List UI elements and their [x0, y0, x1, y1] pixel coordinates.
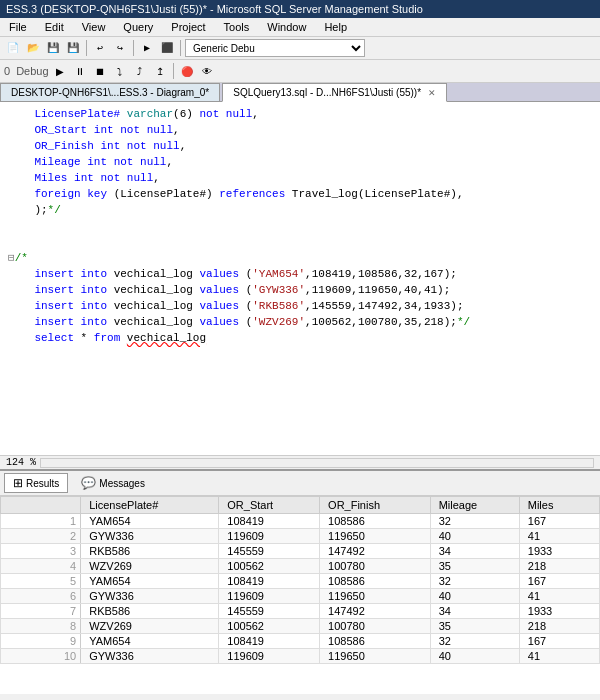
- cell-miles: 218: [519, 619, 599, 634]
- horizontal-scrollbar[interactable]: [40, 458, 594, 468]
- col-orstart: OR_Start: [219, 497, 320, 514]
- menu-view[interactable]: View: [79, 20, 109, 34]
- execute-btn[interactable]: ▶: [138, 39, 156, 57]
- cell-or_start: 119609: [219, 589, 320, 604]
- cell-or_start: 100562: [219, 559, 320, 574]
- main-content: LicensePlate# varchar(6) not null, OR_St…: [0, 102, 600, 694]
- cell-mileage: 40: [430, 529, 519, 544]
- sep4: [173, 63, 174, 79]
- code-line-10: ⊟/*: [8, 250, 592, 266]
- col-mileage: Mileage: [430, 497, 519, 514]
- cell-or_finish: 119650: [320, 649, 431, 664]
- cell-mileage: 35: [430, 619, 519, 634]
- cell-licenseplate: YAM654: [81, 574, 219, 589]
- zoom-area: 124 %: [0, 455, 600, 469]
- sep3: [180, 40, 181, 56]
- cell-or_finish: 100780: [320, 559, 431, 574]
- data-grid[interactable]: LicensePlate# OR_Start OR_Finish Mileage…: [0, 496, 600, 694]
- col-miles: Miles: [519, 497, 599, 514]
- row-number: 6: [1, 589, 81, 604]
- menu-file[interactable]: File: [6, 20, 30, 34]
- tab-bar: DESKTOP-QNH6FS1\...ESS.3 - Diagram_0* SQ…: [0, 83, 600, 102]
- undo-btn[interactable]: ↩: [91, 39, 109, 57]
- menu-query[interactable]: Query: [120, 20, 156, 34]
- new-query-btn[interactable]: 📄: [4, 39, 22, 57]
- open-btn[interactable]: 📂: [24, 39, 42, 57]
- table-row: 8WZV26910056210078035218: [1, 619, 600, 634]
- menu-window[interactable]: Window: [264, 20, 309, 34]
- tab-sqlquery[interactable]: SQLQuery13.sql - D...NH6FS1\Justi (55))*…: [222, 83, 447, 102]
- connection-dropdown[interactable]: Generic Debu: [185, 39, 365, 57]
- results-table: LicensePlate# OR_Start OR_Finish Mileage…: [0, 496, 600, 664]
- editor-area[interactable]: LicensePlate# varchar(6) not null, OR_St…: [0, 102, 600, 455]
- code-line-12: insert into vechical_log values ('GYW336…: [8, 282, 592, 298]
- cell-or_finish: 108586: [320, 514, 431, 529]
- cell-miles: 41: [519, 589, 599, 604]
- menu-tools[interactable]: Tools: [221, 20, 253, 34]
- execute-label: 0: [4, 65, 10, 77]
- cell-licenseplate: GYW336: [81, 529, 219, 544]
- stop-btn[interactable]: ⬛: [158, 39, 176, 57]
- table-body: 1YAM654108419108586321672GYW336119609119…: [1, 514, 600, 664]
- menu-project[interactable]: Project: [168, 20, 208, 34]
- cell-mileage: 35: [430, 559, 519, 574]
- toolbar-1: 📄 📂 💾 💾 ↩ ↪ ▶ ⬛ Generic Debu: [0, 37, 600, 60]
- menu-edit[interactable]: Edit: [42, 20, 67, 34]
- cell-miles: 41: [519, 529, 599, 544]
- messages-tab-label: Messages: [99, 478, 145, 489]
- cell-mileage: 40: [430, 589, 519, 604]
- cell-licenseplate: YAM654: [81, 514, 219, 529]
- row-number: 7: [1, 604, 81, 619]
- cell-mileage: 34: [430, 544, 519, 559]
- save-btn[interactable]: 💾: [44, 39, 62, 57]
- grid-icon: ⊞: [13, 476, 23, 490]
- watch-btn[interactable]: 👁: [198, 62, 216, 80]
- cell-licenseplate: WZV269: [81, 619, 219, 634]
- tab-diagram[interactable]: DESKTOP-QNH6FS1\...ESS.3 - Diagram_0*: [0, 83, 220, 101]
- debug-step-btn[interactable]: ⤵: [111, 62, 129, 80]
- cell-licenseplate: RKB586: [81, 604, 219, 619]
- save-all-btn[interactable]: 💾: [64, 39, 82, 57]
- cell-or_finish: 108586: [320, 574, 431, 589]
- debug-pause-btn[interactable]: ⏸: [71, 62, 89, 80]
- cell-licenseplate: GYW336: [81, 649, 219, 664]
- debug-play-btn[interactable]: ▶: [51, 62, 69, 80]
- cell-or_finish: 147492: [320, 544, 431, 559]
- col-rownum: [1, 497, 81, 514]
- cell-miles: 167: [519, 634, 599, 649]
- cell-or_finish: 108586: [320, 634, 431, 649]
- menu-help[interactable]: Help: [321, 20, 350, 34]
- cell-or_finish: 100780: [320, 619, 431, 634]
- bottom-panel: ⊞ Results 💬 Messages LicensePlate# OR_St…: [0, 469, 600, 694]
- cell-licenseplate: WZV269: [81, 559, 219, 574]
- debug-stop-btn[interactable]: ⏹: [91, 62, 109, 80]
- row-number: 10: [1, 649, 81, 664]
- redo-btn[interactable]: ↪: [111, 39, 129, 57]
- breakpoint-btn[interactable]: 🔴: [178, 62, 196, 80]
- cell-or_start: 100562: [219, 619, 320, 634]
- row-number: 1: [1, 514, 81, 529]
- results-tab-results[interactable]: ⊞ Results: [4, 473, 68, 493]
- table-row: 6GYW3361196091196504041: [1, 589, 600, 604]
- cell-miles: 1933: [519, 604, 599, 619]
- cell-or_start: 108419: [219, 574, 320, 589]
- cell-or_start: 108419: [219, 514, 320, 529]
- results-tab-messages[interactable]: 💬 Messages: [72, 473, 154, 493]
- debug-stepover-btn[interactable]: ⤴: [131, 62, 149, 80]
- tab-diagram-label: DESKTOP-QNH6FS1\...ESS.3 - Diagram_0*: [11, 87, 209, 98]
- cell-or_start: 145559: [219, 544, 320, 559]
- table-row: 1YAM65410841910858632167: [1, 514, 600, 529]
- cell-miles: 41: [519, 649, 599, 664]
- code-line-2: OR_Start int not null,: [8, 122, 592, 138]
- debug-stepout-btn[interactable]: ↥: [151, 62, 169, 80]
- cell-miles: 218: [519, 559, 599, 574]
- tab-sqlquery-label: SQLQuery13.sql - D...NH6FS1\Justi (55))*: [233, 87, 421, 98]
- cell-mileage: 40: [430, 649, 519, 664]
- cell-or_finish: 119650: [320, 589, 431, 604]
- table-row: 10GYW3361196091196504041: [1, 649, 600, 664]
- code-line-4: Mileage int not null,: [8, 154, 592, 170]
- debug-toolbar: 0 Debug ▶ ⏸ ⏹ ⤵ ⤴ ↥ 🔴 👁: [0, 60, 600, 83]
- row-number: 5: [1, 574, 81, 589]
- code-line-6: foreign key (LicensePlate#) references T…: [8, 186, 592, 202]
- tab-close-btn[interactable]: ✕: [428, 88, 436, 98]
